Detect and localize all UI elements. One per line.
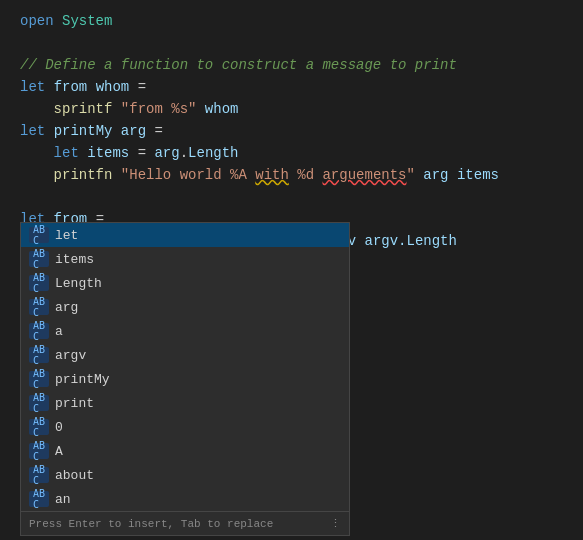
kw-let-2: let [20, 123, 45, 139]
code-line-5: sprintf "from %s" whom [0, 98, 583, 120]
code-editor: open System // Define a function to cons… [0, 0, 583, 540]
var-printmy: printMy [54, 123, 113, 139]
keyword-open: open [20, 13, 54, 29]
autocomplete-footer: Press Enter to insert, Tab to replace ⋮ [21, 511, 349, 535]
code-line-8: printfn "Hello world %A with %d arguemen… [0, 164, 583, 186]
empty-line-1 [0, 32, 583, 54]
item-label-let: let [55, 228, 78, 243]
empty-line-2 [0, 186, 583, 208]
item-icon-length: ABC [29, 275, 49, 291]
item-icon-0: ABC [29, 419, 49, 435]
kw-let-3: let [54, 145, 79, 161]
more-options-icon[interactable]: ⋮ [330, 517, 341, 530]
str-from: "from %s" [121, 101, 197, 117]
autocomplete-item-argv[interactable]: ABC argv [21, 343, 349, 367]
code-line-7: let items = arg . Length [0, 142, 583, 164]
var-items-2: items [457, 167, 499, 183]
autocomplete-item-a[interactable]: ABC a [21, 319, 349, 343]
item-label-0: 0 [55, 420, 63, 435]
code-line-comment: // Define a function to construct a mess… [0, 54, 583, 76]
item-icon-print: ABC [29, 395, 49, 411]
item-icon-an: ABC [29, 491, 49, 507]
autocomplete-item-items[interactable]: ABC items [21, 247, 349, 271]
item-label-an: an [55, 492, 71, 507]
item-icon-argv: ABC [29, 347, 49, 363]
kw-let-1: let [20, 79, 45, 95]
autocomplete-item-an[interactable]: ABC an [21, 487, 349, 511]
item-label-about: about [55, 468, 94, 483]
autocomplete-item-0[interactable]: ABC 0 [21, 415, 349, 439]
item-label-print: print [55, 396, 94, 411]
code-line-1: open System [0, 10, 583, 32]
var-whom: whom [96, 79, 130, 95]
item-label-a: a [55, 324, 63, 339]
autocomplete-item-arg[interactable]: ABC arg [21, 295, 349, 319]
var-from: from [54, 79, 88, 95]
autocomplete-item-about[interactable]: ABC about [21, 463, 349, 487]
autocomplete-item-printmy[interactable]: ABC printMy [21, 367, 349, 391]
item-icon-about: ABC [29, 467, 49, 483]
func-printfn: printfn [54, 167, 113, 183]
var-arg-2: arg [154, 145, 179, 161]
item-label-A: A [55, 444, 63, 459]
item-label-argv: argv [55, 348, 86, 363]
autocomplete-item-A[interactable]: ABC A [21, 439, 349, 463]
item-icon-let: ABC [29, 227, 49, 243]
autocomplete-hint: Press Enter to insert, Tab to replace [29, 518, 273, 530]
item-icon-arg: ABC [29, 299, 49, 315]
item-label-items: items [55, 252, 94, 267]
item-icon-A: ABC [29, 443, 49, 459]
item-label-arg: arg [55, 300, 78, 315]
func-sprintf: sprintf [54, 101, 113, 117]
item-label-printmy: printMy [55, 372, 110, 387]
var-arg-3: arg [423, 167, 448, 183]
code-line-4: let from whom = [0, 76, 583, 98]
autocomplete-item-let[interactable]: ABC let [21, 223, 349, 247]
comment-text: // Define a function to construct a mess… [20, 57, 457, 73]
item-icon-items: ABC [29, 251, 49, 267]
code-line-6: let printMy arg = [0, 120, 583, 142]
var-arg: arg [121, 123, 146, 139]
item-icon-printmy: ABC [29, 371, 49, 387]
autocomplete-item-print[interactable]: ABC print [21, 391, 349, 415]
autocomplete-item-length[interactable]: ABC Length [21, 271, 349, 295]
var-items: items [87, 145, 129, 161]
item-icon-a: ABC [29, 323, 49, 339]
item-label-length: Length [55, 276, 102, 291]
str-hello: "Hello world %A with %d arguements" [121, 167, 415, 183]
var-length: Length [188, 145, 238, 161]
module-system: System [62, 13, 112, 29]
autocomplete-dropdown[interactable]: ABC let ABC items ABC Length ABC arg ABC… [20, 222, 350, 536]
var-whom-2: whom [205, 101, 239, 117]
